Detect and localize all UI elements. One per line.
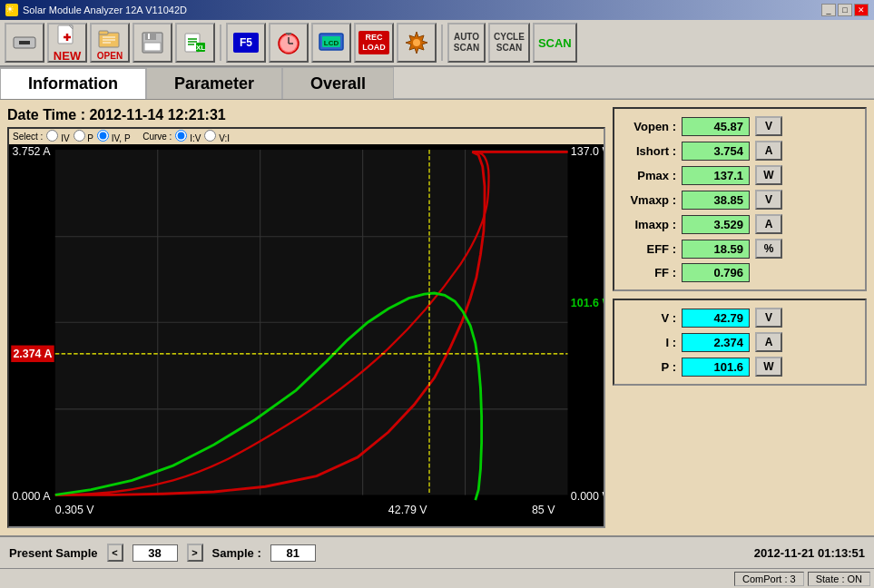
cursor-i-row: I : 2.374 A bbox=[622, 332, 858, 352]
pmax-row: Pmax : 137.1 W bbox=[622, 165, 858, 185]
svg-text:85 V: 85 V bbox=[532, 504, 555, 516]
select-ivp-radio[interactable] bbox=[97, 130, 109, 142]
ff-row: FF : 0.796 bbox=[622, 263, 858, 282]
lower-measurements: V : 42.79 V I : 2.374 A P : 101.6 W bbox=[613, 299, 867, 386]
status-bar: ComPort : 3 State : ON bbox=[0, 568, 874, 588]
ishort-label: Ishort : bbox=[622, 144, 676, 158]
curve-vi-label[interactable]: V:I bbox=[204, 130, 230, 143]
ff-label: FF : bbox=[622, 266, 676, 279]
maximize-button[interactable]: □ bbox=[838, 4, 852, 16]
cycle-scan-label: CYCLESCAN bbox=[494, 32, 525, 54]
upper-measurements: Vopen : 45.87 V Ishort : 3.754 A Pmax : … bbox=[613, 107, 867, 291]
svg-text:137.0 W: 137.0 W bbox=[571, 145, 604, 158]
comport-status: ComPort : 3 bbox=[734, 572, 804, 586]
lcd-icon: LCD bbox=[317, 30, 346, 55]
settings-button[interactable] bbox=[397, 23, 437, 63]
datetime-bottom: 2012-11-21 01:13:51 bbox=[754, 546, 865, 560]
connect-button[interactable] bbox=[5, 23, 44, 63]
toolbar-separator-1 bbox=[220, 24, 221, 61]
current-sample-input[interactable] bbox=[133, 544, 178, 562]
select-ivp-label[interactable]: IV, P bbox=[97, 130, 131, 143]
tab-information[interactable]: Information bbox=[0, 67, 146, 99]
cursor-v-row: V : 42.79 V bbox=[622, 308, 858, 328]
cursor-i-unit: A bbox=[755, 332, 782, 352]
f5-button[interactable]: F5 bbox=[226, 23, 266, 63]
tab-bar: Information Parameter Overall bbox=[0, 67, 874, 100]
new-button[interactable]: NEW bbox=[47, 23, 87, 63]
cycle-scan-button[interactable]: CYCLESCAN bbox=[488, 23, 530, 63]
svg-rect-7 bbox=[99, 31, 108, 34]
lcd-button[interactable]: LCD bbox=[311, 23, 351, 63]
svg-text:0.000 W: 0.000 W bbox=[571, 490, 604, 503]
next-sample-button[interactable]: > bbox=[187, 544, 203, 562]
vmaxp-value: 38.85 bbox=[682, 191, 750, 210]
select-p-label[interactable]: P bbox=[74, 130, 93, 143]
imaxp-row: Imaxp : 3.529 A bbox=[622, 214, 858, 234]
ishort-value: 3.754 bbox=[682, 142, 750, 161]
close-button[interactable]: ✕ bbox=[854, 4, 869, 16]
cursor-p-value: 101.6 bbox=[682, 358, 750, 377]
svg-rect-2 bbox=[58, 25, 73, 44]
new-icon bbox=[53, 24, 82, 49]
tab-filler bbox=[394, 67, 874, 99]
select-label: Select : bbox=[13, 132, 43, 142]
svg-rect-14 bbox=[148, 34, 150, 39]
svg-text:42.79 V: 42.79 V bbox=[388, 504, 427, 516]
cursor-v-value: 42.79 bbox=[682, 309, 750, 328]
ishort-unit: A bbox=[755, 141, 782, 161]
vmaxp-label: Vmaxp : bbox=[622, 193, 676, 207]
pmax-value: 137.1 bbox=[682, 166, 750, 185]
chart-container: Select : IV P IV, P Curve : I:V V:I bbox=[7, 127, 605, 528]
cursor-v-unit: V bbox=[755, 308, 782, 328]
svg-rect-12 bbox=[145, 33, 156, 40]
cursor-p-unit: W bbox=[755, 357, 782, 377]
curve-label: Curve : bbox=[142, 132, 172, 142]
svg-text:LCD: LCD bbox=[324, 39, 339, 47]
vmaxp-row: Vmaxp : 38.85 V bbox=[622, 190, 858, 210]
toolbar-separator-2 bbox=[441, 24, 443, 61]
select-iv-radio[interactable] bbox=[46, 130, 58, 142]
export-button[interactable]: XL bbox=[175, 23, 215, 63]
f5-label: F5 bbox=[233, 33, 259, 53]
export-icon: XL bbox=[181, 30, 210, 55]
svg-text:XL: XL bbox=[196, 44, 205, 52]
select-iv-label[interactable]: IV bbox=[46, 130, 69, 143]
timer-button[interactable] bbox=[269, 23, 309, 63]
svg-text:3.752 A: 3.752 A bbox=[12, 145, 51, 158]
cursor-i-value: 2.374 bbox=[682, 333, 750, 352]
svg-rect-13 bbox=[144, 43, 161, 51]
f5-icon: F5 bbox=[231, 30, 260, 55]
vmaxp-unit: V bbox=[755, 190, 782, 210]
curve-iv-radio[interactable] bbox=[175, 130, 187, 142]
cursor-i-label: I : bbox=[622, 336, 676, 349]
rec-load-button[interactable]: RECLOAD bbox=[354, 23, 394, 63]
total-sample-input[interactable] bbox=[270, 544, 316, 562]
select-p-radio[interactable] bbox=[74, 130, 85, 142]
ishort-row: Ishort : 3.754 A bbox=[622, 141, 858, 161]
title-bar: ☀ Solar Module Analyzer 12A V11042D _ □ … bbox=[0, 0, 874, 20]
svg-rect-1 bbox=[19, 41, 30, 44]
svg-text:2.374 A: 2.374 A bbox=[13, 348, 52, 360]
imaxp-unit: A bbox=[755, 214, 782, 234]
tab-overall[interactable]: Overall bbox=[282, 67, 394, 99]
state-status: State : ON bbox=[808, 572, 870, 586]
open-button[interactable]: OPEN bbox=[90, 23, 130, 63]
eff-label: EFF : bbox=[622, 242, 676, 256]
window-title: Solar Module Analyzer 12A V11042D bbox=[23, 5, 187, 15]
window-controls: _ □ ✕ bbox=[821, 4, 869, 16]
auto-scan-button[interactable]: AUTOSCAN bbox=[447, 23, 486, 63]
curve-vi-radio[interactable] bbox=[204, 130, 216, 142]
minimize-button[interactable]: _ bbox=[821, 4, 836, 16]
bottom-bar: Present Sample < > Sample : 2012-11-21 0… bbox=[0, 535, 874, 568]
curve-iv-label[interactable]: I:V bbox=[175, 130, 201, 143]
sample-label: Sample : bbox=[212, 546, 261, 560]
eff-value: 18.59 bbox=[682, 240, 750, 259]
rec-load-icon: RECLOAD bbox=[359, 30, 388, 55]
scan-button[interactable]: SCAN bbox=[533, 23, 577, 63]
tab-parameter[interactable]: Parameter bbox=[146, 67, 282, 99]
save-button[interactable] bbox=[133, 23, 172, 63]
svg-text:0.000 A: 0.000 A bbox=[12, 490, 51, 503]
prev-sample-button[interactable]: < bbox=[107, 544, 123, 562]
chart-svg: 3.752 A 2.374 A 0.000 A 0.305 V 42.79 V … bbox=[9, 129, 604, 526]
app-icon: ☀ bbox=[5, 4, 18, 16]
